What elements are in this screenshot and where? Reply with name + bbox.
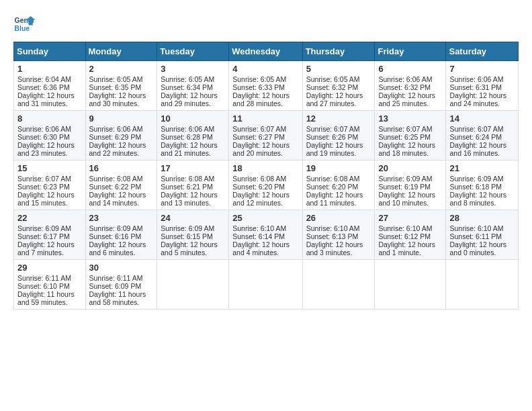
day-cell: 29Sunrise: 6:11 AMSunset: 6:10 PMDayligh…	[14, 260, 86, 310]
day-info: Daylight: 12 hours and 6 minutes.	[89, 240, 154, 257]
day-cell: 14Sunrise: 6:07 AMSunset: 6:24 PMDayligh…	[446, 111, 519, 161]
day-cell: 9Sunrise: 6:06 AMSunset: 6:29 PMDaylight…	[85, 111, 157, 161]
day-number: 14	[449, 113, 515, 124]
day-cell	[302, 260, 375, 310]
day-info: Sunset: 6:23 PM	[17, 183, 82, 191]
day-cell: 27Sunrise: 6:10 AMSunset: 6:12 PMDayligh…	[375, 210, 446, 260]
day-info: Sunset: 6:21 PM	[161, 183, 225, 191]
day-info: Sunrise: 6:09 AM	[378, 175, 442, 183]
day-number: 17	[161, 163, 225, 173]
day-number: 28	[449, 213, 515, 223]
day-info: Sunset: 6:13 PM	[306, 232, 371, 240]
day-info: Daylight: 12 hours and 15 minutes.	[17, 191, 82, 207]
day-number: 12	[306, 113, 371, 124]
day-number: 7	[449, 64, 515, 74]
day-info: Sunrise: 6:09 AM	[89, 224, 154, 232]
day-info: Sunrise: 6:07 AM	[17, 175, 82, 183]
header-wednesday: Wednesday	[229, 42, 302, 61]
day-number: 1	[17, 64, 82, 74]
day-cell: 28Sunrise: 6:10 AMSunset: 6:11 PMDayligh…	[446, 210, 519, 260]
day-info: Daylight: 12 hours and 31 minutes.	[17, 91, 82, 107]
day-info: Sunset: 6:16 PM	[89, 232, 154, 240]
day-number: 16	[89, 163, 154, 173]
day-info: Sunrise: 6:09 AM	[161, 224, 225, 232]
day-info: Daylight: 12 hours and 29 minutes.	[161, 91, 225, 107]
day-info: Sunrise: 6:08 AM	[161, 175, 225, 183]
day-info: Sunset: 6:25 PM	[378, 133, 442, 141]
day-cell: 5Sunrise: 6:05 AMSunset: 6:32 PMDaylight…	[302, 61, 375, 111]
day-info: Daylight: 12 hours and 14 minutes.	[89, 191, 154, 207]
day-info: Sunset: 6:32 PM	[378, 83, 442, 91]
week-row-1: 1Sunrise: 6:04 AMSunset: 6:36 PMDaylight…	[14, 61, 519, 111]
week-row-5: 29Sunrise: 6:11 AMSunset: 6:10 PMDayligh…	[14, 260, 519, 310]
day-cell: 12Sunrise: 6:07 AMSunset: 6:26 PMDayligh…	[302, 111, 375, 161]
day-info: Daylight: 12 hours and 20 minutes.	[232, 141, 298, 157]
day-cell: 2Sunrise: 6:05 AMSunset: 6:35 PMDaylight…	[85, 61, 157, 111]
day-cell: 30Sunrise: 6:11 AMSunset: 6:09 PMDayligh…	[85, 260, 157, 310]
day-info: Sunrise: 6:10 AM	[306, 224, 371, 232]
day-info: Sunrise: 6:09 AM	[17, 224, 82, 232]
day-number: 26	[306, 213, 371, 223]
page-header: General Blue	[13, 13, 519, 35]
day-info: Sunset: 6:28 PM	[161, 133, 225, 141]
week-row-2: 8Sunrise: 6:06 AMSunset: 6:30 PMDaylight…	[14, 111, 519, 161]
day-cell: 3Sunrise: 6:05 AMSunset: 6:34 PMDaylight…	[157, 61, 229, 111]
day-info: Sunrise: 6:11 AM	[17, 274, 82, 282]
day-number: 21	[449, 163, 515, 173]
day-number: 2	[89, 64, 154, 74]
day-info: Sunset: 6:33 PM	[232, 83, 298, 91]
day-info: Sunrise: 6:06 AM	[161, 125, 225, 133]
day-cell	[229, 260, 302, 310]
day-cell: 21Sunrise: 6:09 AMSunset: 6:18 PMDayligh…	[446, 161, 519, 210]
day-info: Sunrise: 6:10 AM	[232, 224, 298, 232]
day-info: Daylight: 12 hours and 23 minutes.	[17, 141, 82, 157]
day-cell: 8Sunrise: 6:06 AMSunset: 6:30 PMDaylight…	[14, 111, 86, 161]
day-cell: 24Sunrise: 6:09 AMSunset: 6:15 PMDayligh…	[157, 210, 229, 260]
day-cell	[375, 260, 446, 310]
day-cell: 16Sunrise: 6:08 AMSunset: 6:22 PMDayligh…	[85, 161, 157, 210]
day-number: 15	[17, 163, 82, 173]
day-number: 8	[17, 113, 82, 124]
day-info: Daylight: 12 hours and 10 minutes.	[378, 191, 442, 207]
day-number: 10	[161, 113, 225, 124]
day-number: 25	[232, 213, 298, 223]
day-cell: 22Sunrise: 6:09 AMSunset: 6:17 PMDayligh…	[14, 210, 86, 260]
day-info: Sunrise: 6:06 AM	[89, 125, 154, 133]
day-info: Sunrise: 6:05 AM	[306, 75, 371, 83]
day-info: Sunset: 6:14 PM	[232, 232, 298, 240]
day-info: Sunset: 6:34 PM	[161, 83, 225, 91]
header-tuesday: Tuesday	[157, 42, 229, 61]
day-info: Daylight: 11 hours and 59 minutes.	[17, 290, 82, 306]
day-info: Daylight: 12 hours and 3 minutes.	[306, 240, 371, 257]
day-info: Daylight: 12 hours and 19 minutes.	[306, 141, 371, 157]
day-info: Daylight: 12 hours and 18 minutes.	[378, 141, 442, 157]
day-info: Daylight: 12 hours and 27 minutes.	[306, 91, 371, 107]
day-info: Sunset: 6:26 PM	[306, 133, 371, 141]
day-cell: 26Sunrise: 6:10 AMSunset: 6:13 PMDayligh…	[302, 210, 375, 260]
day-cell: 20Sunrise: 6:09 AMSunset: 6:19 PMDayligh…	[375, 161, 446, 210]
day-cell: 13Sunrise: 6:07 AMSunset: 6:25 PMDayligh…	[375, 111, 446, 161]
day-info: Sunset: 6:10 PM	[17, 282, 82, 290]
day-number: 6	[378, 64, 442, 74]
day-info: Sunrise: 6:08 AM	[89, 175, 154, 183]
day-cell: 1Sunrise: 6:04 AMSunset: 6:36 PMDaylight…	[14, 61, 86, 111]
day-info: Daylight: 11 hours and 58 minutes.	[89, 290, 154, 306]
day-number: 18	[232, 163, 298, 173]
day-cell: 19Sunrise: 6:08 AMSunset: 6:20 PMDayligh…	[302, 161, 375, 210]
day-info: Sunset: 6:35 PM	[89, 83, 154, 91]
day-cell: 4Sunrise: 6:05 AMSunset: 6:33 PMDaylight…	[229, 61, 302, 111]
day-info: Sunset: 6:24 PM	[449, 133, 515, 141]
day-info: Daylight: 12 hours and 16 minutes.	[449, 141, 515, 157]
day-number: 30	[89, 263, 154, 273]
day-cell	[446, 260, 519, 310]
header-sunday: Sunday	[14, 42, 86, 61]
day-number: 27	[378, 213, 442, 223]
header-thursday: Thursday	[302, 42, 375, 61]
day-info: Daylight: 12 hours and 11 minutes.	[306, 191, 371, 207]
day-number: 24	[161, 213, 225, 223]
day-info: Daylight: 12 hours and 28 minutes.	[232, 91, 298, 107]
day-info: Sunrise: 6:05 AM	[89, 75, 154, 83]
header-friday: Friday	[375, 42, 446, 61]
day-cell: 7Sunrise: 6:06 AMSunset: 6:31 PMDaylight…	[446, 61, 519, 111]
day-info: Sunrise: 6:07 AM	[449, 125, 515, 133]
